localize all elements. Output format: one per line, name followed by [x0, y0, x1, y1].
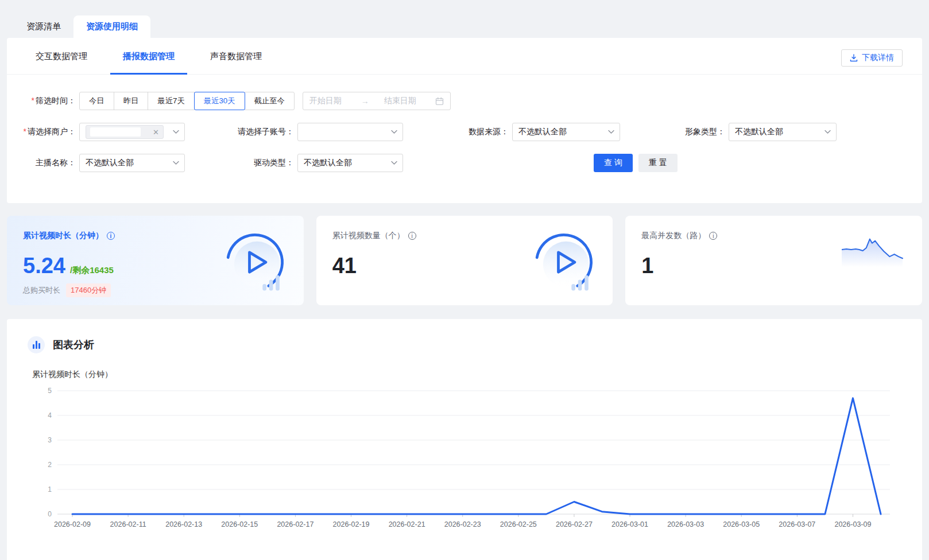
svg-text:2026-03-03: 2026-03-03 [667, 520, 704, 528]
svg-text:2026-03-09: 2026-03-09 [834, 520, 871, 528]
svg-text:2026-03-07: 2026-03-07 [779, 520, 815, 528]
filter-area: *筛选时间： 今日昨日最近7天最近30天截止至今 开始日期 → 结束日期 *请选… [7, 75, 922, 203]
chart-analysis-panel: 图表分析 累计视频时长（分钟） 0123452026-02-092026-02-… [7, 319, 922, 560]
data-source-label: 数据来源： [403, 127, 509, 137]
concurrency-sparkline [842, 234, 906, 269]
chart-subtitle: 累计视频时长（分钟） [32, 370, 901, 380]
chevron-down-icon [173, 161, 179, 165]
svg-text:5: 5 [48, 387, 52, 395]
chevron-down-icon [391, 161, 397, 165]
concurrency-value: 1 [641, 255, 653, 277]
remaining-value: /剩余16435 [70, 265, 114, 276]
tab-resource-list[interactable]: 资源清单 [14, 15, 73, 38]
top-tab-bar: 资源清单 资源使用明细 [0, 0, 929, 38]
filter-row-2: *请选择商户： ✕ 请选择子账号： 数据来源： 不选默认全部 形象类型： 不选默… [23, 123, 906, 141]
card-total-video-count: 累计视频数量（个） i 41 [316, 216, 613, 305]
time-option-昨日[interactable]: 昨日 [114, 92, 149, 110]
drive-type-select[interactable]: 不选默认全部 [297, 154, 403, 172]
required-asterisk: * [24, 127, 26, 136]
filter-row-time: *筛选时间： 今日昨日最近7天最近30天截止至今 开始日期 → 结束日期 [23, 92, 906, 110]
time-option-最近30天[interactable]: 最近30天 [194, 92, 245, 110]
svg-text:2026-02-27: 2026-02-27 [556, 520, 593, 528]
svg-text:2026-03-01: 2026-03-01 [611, 520, 648, 528]
reset-button[interactable]: 重 置 [638, 154, 678, 172]
chevron-down-icon [391, 130, 397, 134]
chart-analysis-title: 图表分析 [53, 338, 94, 352]
svg-text:2: 2 [48, 461, 52, 469]
svg-text:2026-02-25: 2026-02-25 [500, 520, 537, 528]
drive-type-value: 不选默认全部 [304, 158, 352, 168]
download-label: 下载详情 [862, 53, 894, 63]
svg-text:2026-03-05: 2026-03-05 [723, 520, 760, 528]
drive-type-label: 驱动类型： [185, 158, 294, 168]
info-icon[interactable]: i [709, 232, 717, 240]
info-icon[interactable]: i [408, 232, 416, 240]
svg-text:4: 4 [48, 411, 52, 419]
svg-text:2026-02-15: 2026-02-15 [221, 520, 258, 528]
svg-text:3: 3 [48, 436, 52, 444]
anchor-name-value: 不选默认全部 [86, 158, 134, 168]
tag-close-icon[interactable]: ✕ [153, 129, 159, 136]
video-count-value: 41 [332, 255, 357, 277]
duration-value: 5.24 [23, 255, 65, 277]
stat-cards-row: 累计视频时长（分钟） i 5.24 /剩余16435 总购买时长 17460分钟 [7, 216, 922, 305]
time-option-今日[interactable]: 今日 [79, 92, 114, 110]
play-circle-icon [530, 228, 598, 298]
merchant-label: *请选择商户： [23, 127, 76, 137]
time-filter-group: 今日昨日最近7天最近30天截止至今 [79, 92, 295, 110]
time-filter-label: *筛选时间： [23, 96, 76, 106]
svg-text:0: 0 [48, 510, 52, 518]
svg-text:1: 1 [48, 485, 52, 493]
avatar-type-label: 形象类型： [620, 127, 725, 137]
chevron-down-icon [173, 130, 179, 134]
svg-text:2026-02-23: 2026-02-23 [444, 520, 481, 528]
anchor-name-label: 主播名称： [23, 158, 76, 168]
avatar-type-select[interactable]: 不选默认全部 [729, 123, 837, 141]
download-icon [850, 54, 858, 62]
data-source-value: 不选默认全部 [518, 127, 567, 137]
calendar-icon [435, 97, 444, 106]
query-button[interactable]: 查 询 [594, 154, 633, 172]
card-total-video-duration: 累计视频时长（分钟） i 5.24 /剩余16435 总购买时长 17460分钟 [7, 216, 304, 305]
purchased-duration-badge: 17460分钟 [66, 283, 111, 297]
play-circle-icon [221, 228, 289, 298]
chart-header: 图表分析 [28, 336, 901, 353]
bar-chart-icon [28, 336, 45, 353]
purchased-duration-label: 总购买时长 [23, 285, 60, 295]
svg-text:2026-02-09: 2026-02-09 [54, 520, 91, 528]
svg-text:2026-02-17: 2026-02-17 [277, 520, 313, 528]
filter-row-3: 主播名称： 不选默认全部 驱动类型： 不选默认全部 查 询 重 置 [23, 154, 906, 172]
card-max-concurrency: 最高并发数（路） i 1 [625, 216, 922, 305]
merchant-tag-redacted-text [90, 127, 141, 137]
chevron-down-icon [608, 130, 614, 134]
start-date-placeholder: 开始日期 [309, 96, 342, 106]
data-source-select[interactable]: 不选默认全部 [512, 123, 620, 141]
time-option-最近7天[interactable]: 最近7天 [148, 92, 194, 110]
merchant-selected-tag: ✕ [86, 125, 164, 139]
anchor-name-select[interactable]: 不选默认全部 [79, 154, 185, 172]
avatar-type-value: 不选默认全部 [735, 127, 783, 137]
svg-text:2026-02-19: 2026-02-19 [333, 520, 370, 528]
subtab-interaction-data[interactable]: 交互数据管理 [23, 38, 100, 75]
tab-resource-usage-detail[interactable]: 资源使用明细 [73, 15, 150, 38]
date-range-picker[interactable]: 开始日期 → 结束日期 [303, 92, 451, 110]
required-asterisk: * [32, 96, 34, 105]
date-range-arrow-icon: → [361, 96, 369, 106]
svg-text:2026-02-13: 2026-02-13 [165, 520, 202, 528]
merchant-select[interactable]: ✕ [79, 123, 185, 141]
chevron-down-icon [825, 130, 831, 134]
subtab-voice-data[interactable]: 声音数据管理 [198, 38, 274, 75]
filter-panel: 交互数据管理 播报数据管理 声音数据管理 下载详情 *筛选时间： 今日昨日最近7… [7, 38, 922, 203]
sub-tab-bar: 交互数据管理 播报数据管理 声音数据管理 下载详情 [7, 38, 922, 75]
info-icon[interactable]: i [107, 232, 115, 240]
time-option-截止至今[interactable]: 截止至今 [245, 92, 295, 110]
video-duration-line-chart[interactable]: 0123452026-02-092026-02-112026-02-132026… [28, 383, 898, 539]
end-date-placeholder: 结束日期 [384, 96, 416, 106]
subtab-broadcast-data[interactable]: 播报数据管理 [110, 38, 187, 75]
svg-text:2026-02-21: 2026-02-21 [389, 520, 425, 528]
svg-text:2026-02-11: 2026-02-11 [110, 520, 146, 528]
sub-account-label: 请选择子账号： [185, 127, 294, 137]
sub-account-select[interactable] [297, 123, 403, 141]
download-details-button[interactable]: 下载详情 [841, 49, 903, 67]
